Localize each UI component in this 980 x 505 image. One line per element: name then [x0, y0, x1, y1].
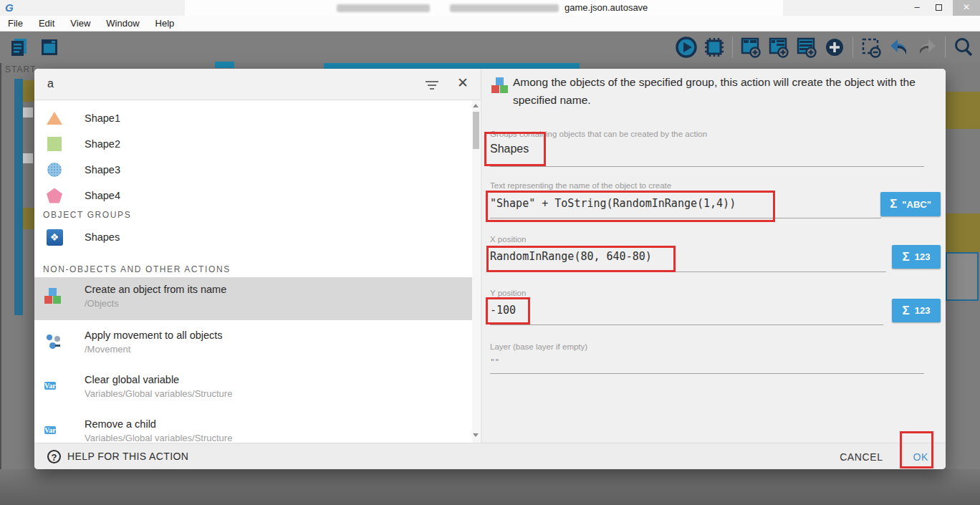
expression-builder-abc-button[interactable]: Σ"ABC" [880, 192, 941, 216]
parameters-panel: Among the objects of the specified group… [481, 69, 946, 443]
object-item-shape3[interactable]: Shape3 [34, 157, 473, 183]
search-input[interactable]: a [47, 77, 54, 90]
field-label-x-position: X position [490, 235, 527, 244]
actions-list: Shape1 Shape2 Shape3 Shape4 OBJECT GROUP… [34, 100, 481, 443]
action-description: Among the objects of the specified group… [513, 73, 940, 109]
delete-selection-icon[interactable] [859, 35, 883, 59]
pentagon-shape-icon [46, 188, 63, 203]
object-item-shape1[interactable]: Shape1 [34, 105, 473, 131]
toolbar [0, 32, 980, 63]
add-comment-icon[interactable] [794, 35, 819, 59]
debug-icon[interactable] [702, 35, 726, 59]
action-item-create-object[interactable]: Create an object from its name /Objects [34, 277, 473, 320]
minimize-button[interactable]: – [907, 0, 927, 16]
annotation-box-group [484, 132, 546, 166]
section-header-object-groups: OBJECT GROUPS [43, 210, 131, 220]
background-comment-row [946, 92, 980, 129]
group-item-shapes[interactable]: ❖ Shapes [34, 224, 473, 250]
toolbar-separator [945, 37, 946, 58]
toolbar-separator [852, 37, 853, 58]
expression-builder-123-button[interactable]: Σ123 [892, 299, 941, 322]
play-preview-icon[interactable] [674, 35, 698, 59]
field-underline [490, 324, 883, 325]
annotation-box-ok [900, 431, 933, 468]
open-scene-icon[interactable] [37, 35, 62, 59]
add-circle-icon[interactable] [822, 35, 847, 59]
gdevelop-logo-icon: G [5, 1, 18, 14]
action-editor-dialog: a ✕ Shape1 Shape2 Shape3 Shape4 OBJECT G… [34, 69, 946, 469]
action-item-clear-global-variable[interactable]: Var Clear global variable Variables/Glob… [34, 367, 473, 409]
help-link[interactable]: HELP FOR THIS ACTION [67, 451, 188, 462]
redacted-path-blob [337, 4, 430, 12]
title-bar: G game.json.autosave – ✕ [0, 0, 980, 16]
cancel-button[interactable]: CANCEL [840, 451, 883, 463]
menu-window[interactable]: Window [98, 18, 147, 29]
object-item-shape4[interactable]: Shape4 [34, 183, 473, 208]
action-item-apply-movement[interactable]: Apply movement to all objects /Movement [34, 323, 473, 365]
menu-edit[interactable]: Edit [31, 18, 62, 29]
background-comment-row [23, 80, 34, 102]
expression-builder-123-button[interactable]: Σ123 [892, 245, 941, 269]
create-object-icon [44, 288, 63, 307]
background-row-hint [23, 153, 33, 163]
menu-view[interactable]: View [62, 18, 98, 29]
undo-icon[interactable] [887, 35, 911, 59]
add-subevent-icon[interactable] [767, 35, 791, 59]
annotation-box-x-position [486, 246, 676, 272]
redo-icon[interactable] [915, 35, 939, 59]
list-scrollbar[interactable] [472, 100, 480, 443]
filter-icon[interactable] [425, 79, 439, 90]
close-window-button[interactable]: ✕ [953, 0, 980, 16]
search-icon[interactable] [951, 35, 976, 59]
annotation-box-object-name [486, 191, 775, 222]
redacted-path-blob [450, 4, 559, 12]
toolbar-separator [732, 37, 733, 58]
variable-icon: Var [44, 423, 63, 441]
section-header-other-actions: NON-OBJECTS AND OTHER ACTIONS [43, 264, 231, 274]
scroll-down-icon[interactable] [473, 433, 479, 437]
field-label-layer: Layer (base layer if empty) [490, 342, 587, 351]
annotation-box-y-position [486, 297, 530, 324]
menu-bar: File Edit View Window Help [0, 16, 980, 32]
background-comment-row [23, 208, 34, 229]
square-shape-icon [46, 137, 63, 151]
maximize-button[interactable] [928, 0, 948, 16]
field-underline [490, 373, 924, 374]
object-group-icon: ❖ [46, 229, 63, 246]
background-event-bar [14, 79, 23, 315]
dialog-footer: ? HELP FOR THIS ACTION CANCEL OK [34, 443, 946, 469]
background-tab-strip [324, 63, 580, 69]
background-panel-edge [0, 63, 1, 505]
background-row-hint [23, 107, 33, 117]
scroll-up-icon[interactable] [473, 104, 479, 107]
circle-shape-icon [46, 163, 63, 177]
object-item-shape2[interactable]: Shape2 [34, 131, 473, 157]
action-item-remove-child[interactable]: Var Remove a child Variables/Global vari… [34, 412, 473, 443]
clear-search-icon[interactable]: ✕ [454, 74, 471, 91]
field-label-object-name: Text representing the name of the object… [490, 181, 671, 190]
menu-help[interactable]: Help [148, 18, 183, 29]
background-scene-tab: START [5, 64, 36, 74]
field-underline [490, 166, 924, 167]
scrollbar-thumb[interactable] [473, 112, 479, 149]
window-title: game.json.autosave [565, 2, 648, 13]
background-tab-indicator [215, 62, 234, 68]
help-icon[interactable]: ? [47, 450, 61, 463]
background-comment-row [946, 213, 980, 252]
variable-icon: Var [44, 378, 63, 397]
project-manager-icon[interactable] [7, 35, 32, 59]
menu-file[interactable]: File [0, 18, 31, 29]
triangle-shape-icon [46, 112, 63, 125]
add-event-icon[interactable] [739, 35, 763, 59]
field-label-y-position: Y position [490, 289, 526, 297]
search-bar[interactable]: a ✕ [34, 69, 481, 100]
movement-icon [44, 334, 63, 352]
background-selected-event [946, 252, 979, 301]
layer-input[interactable]: "" [490, 357, 499, 367]
background-footer-area [0, 469, 980, 505]
